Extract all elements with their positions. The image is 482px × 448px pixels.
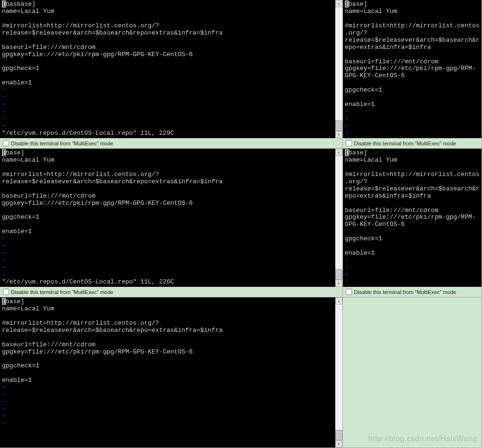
baseurl-line: baseurl=file:///mnt/cdrom xyxy=(2,341,95,348)
name-line: name=Lacal Yum xyxy=(345,156,397,164)
tilde-line: ~ xyxy=(345,130,349,137)
name-line: name=Lacal Yum xyxy=(2,156,54,164)
scroll-track[interactable] xyxy=(335,305,342,440)
baseurl-line: baseurl=file:///mnt/cdrom xyxy=(345,58,438,65)
scroll-down-icon[interactable]: ▾ xyxy=(335,280,342,287)
terminal-pane-2: [base] name=Lacal Yum #mirrorlist=http:/… xyxy=(0,149,343,297)
tilde-line: ~ xyxy=(345,115,349,122)
scroll-down-icon[interactable]: ▾ xyxy=(335,440,342,448)
pane-footer: Disable this terminal from "MultiExec" m… xyxy=(0,138,342,148)
tilde-line: ~ xyxy=(2,405,6,413)
repo-header: base] xyxy=(6,298,24,305)
repo-header: base] xyxy=(349,149,367,156)
gpgkey-line: gpgkey=file:///etc/pki/rpm-gpg/RPM-GPG-K… xyxy=(345,65,476,79)
repo-header: base] xyxy=(6,149,24,156)
vim-status-line: "/etc/yum.repos.d/CentOS-Local.repo" 11L… xyxy=(2,130,174,137)
pane-footer: Disable this terminal from "MultiExec" m… xyxy=(0,287,342,297)
baseurl-line: baseurl=file:///mnt/cdrom xyxy=(2,44,95,51)
tilde-line: ~ xyxy=(345,137,349,138)
scroll-down-icon[interactable]: ▾ xyxy=(335,131,342,138)
scroll-thumb[interactable] xyxy=(335,269,342,280)
terminal-pane-1: [base] name=Lacal Yum #mirrorlist=http:/… xyxy=(343,0,482,149)
mirrorlist-line: #mirrorlist=http://mirrorlist.centos.org… xyxy=(2,22,223,36)
disable-multiexec-label: Disable this terminal from "MultiExec" m… xyxy=(11,289,113,295)
tilde-line: ~ xyxy=(2,257,6,264)
tilde-line: ~ xyxy=(2,94,6,101)
tilde-line: ~ xyxy=(2,398,6,405)
gpgcheck-line: gpgcheck=1 xyxy=(2,362,39,369)
terminal-pane-4: [base] name=Lacal Yum #mirrorlist=http:/… xyxy=(0,297,343,448)
tilde-line: ~ xyxy=(2,249,6,257)
repo-header: base] xyxy=(349,0,367,8)
scroll-up-icon[interactable]: ▴ xyxy=(335,297,342,305)
scroll-up-icon[interactable]: ▴ xyxy=(335,149,342,156)
scroll-up-icon[interactable]: ▴ xyxy=(335,0,342,7)
mirrorlist-line: #mirrorlist=http://mirrorlist.centos.org… xyxy=(2,319,223,334)
disable-multiexec-label: Disable this terminal from "MultiExec" m… xyxy=(354,289,456,295)
disable-multiexec-checkbox[interactable] xyxy=(3,140,9,146)
name-line: name=Lacal Yum xyxy=(2,8,54,15)
baseurl-line: baseurl=file:///mnt/cdrom xyxy=(2,192,95,200)
pane-footer: Disable this terminal from "MultiExec" m… xyxy=(343,287,482,297)
enable-line: enable=1 xyxy=(2,377,32,384)
tilde-line: ~ xyxy=(2,122,6,130)
tilde-line: ~ xyxy=(2,420,6,427)
gpgcheck-line: gpgcheck=1 xyxy=(2,65,39,72)
tilde-line: ~ xyxy=(2,271,6,278)
tilde-line: ~ xyxy=(2,384,6,391)
gpgcheck-line: gpgcheck=1 xyxy=(345,86,382,94)
tilde-line: ~ xyxy=(345,122,349,130)
scroll-track[interactable] xyxy=(335,7,342,131)
disable-multiexec-checkbox[interactable] xyxy=(3,289,9,295)
terminal-4[interactable]: [base] name=Lacal Yum #mirrorlist=http:/… xyxy=(0,297,335,448)
scroll-thumb[interactable] xyxy=(335,430,342,440)
mirrorlist-line: #mirrorlist=http://mirrorlist.centos.org… xyxy=(345,22,480,51)
name-line: name=Lacal Yum xyxy=(345,8,397,15)
scrollbar[interactable]: ▴ ▾ xyxy=(335,149,342,287)
enable-line: enable=1 xyxy=(345,101,375,108)
terminal-2[interactable]: [base] name=Lacal Yum #mirrorlist=http:/… xyxy=(0,149,335,287)
enable-line: enable=1 xyxy=(345,249,375,257)
terminal-pane-3: [base] name=Lacal Yum #mirrorlist=http:/… xyxy=(343,149,482,297)
disable-multiexec-label: Disable this terminal from "MultiExec" m… xyxy=(11,141,113,146)
scroll-thumb[interactable] xyxy=(335,120,342,131)
tilde-line: ~ xyxy=(2,115,6,122)
terminal-0[interactable]: [basbase] name=Lacal Yum #mirrorlist=htt… xyxy=(0,0,335,138)
pane-footer: Disable this terminal from "MultiExec" m… xyxy=(343,138,482,148)
terminal-3[interactable]: [base] name=Lacal Yum #mirrorlist=http:/… xyxy=(343,149,482,287)
gpgcheck-line: gpgcheck=1 xyxy=(345,235,382,242)
disable-multiexec-checkbox[interactable] xyxy=(346,289,352,295)
terminal-pane-0: [basbase] name=Lacal Yum #mirrorlist=htt… xyxy=(0,0,343,149)
tilde-line: ~ xyxy=(2,101,6,108)
disable-multiexec-checkbox[interactable] xyxy=(346,140,352,146)
tilde-line: ~ xyxy=(345,278,349,285)
terminal-1[interactable]: [base] name=Lacal Yum #mirrorlist=http:/… xyxy=(343,0,482,138)
mirrorlist-line: #mirrorlist=http://mirrorlist.centos.org… xyxy=(345,171,480,200)
disable-multiexec-label: Disable this terminal from "MultiExec" m… xyxy=(354,141,456,146)
tilde-line: ~ xyxy=(2,264,6,271)
scroll-track[interactable] xyxy=(335,156,342,280)
repo-header: basbase] xyxy=(6,0,35,8)
tilde-line: ~ xyxy=(2,108,6,115)
enable-line: enable=1 xyxy=(2,79,32,86)
tilde-line: ~ xyxy=(345,285,349,287)
scrollbar[interactable]: ▴ ▾ xyxy=(335,297,342,448)
tilde-line: ~ xyxy=(345,108,349,115)
name-line: name=Lacal Yum xyxy=(2,305,54,312)
baseurl-line: baseurl=file:///mnt/cdrom xyxy=(345,207,438,214)
vim-status-line: "/etc/yum.repos.d/CentOS-Local.repo" 11L… xyxy=(2,278,174,285)
mirrorlist-line: #mirrorlist=http://mirrorlist.centos.org… xyxy=(2,171,223,185)
empty-pane xyxy=(343,297,482,448)
tilde-line: ~ xyxy=(2,413,6,420)
tilde-line: ~ xyxy=(2,86,6,94)
tilde-line: ~ xyxy=(345,271,349,278)
gpgkey-line: gpgkey=file:///etc/pki/rpm-gpg/RPM-GPG-K… xyxy=(2,51,193,58)
gpgcheck-line: gpgcheck=1 xyxy=(2,213,39,221)
tilde-line: ~ xyxy=(2,242,6,249)
tilde-line: ~ xyxy=(2,235,6,242)
scrollbar[interactable]: ▴ ▾ xyxy=(335,0,342,138)
gpgkey-line: gpgkey=file:///etc/pki/rpm-gpg/RPM-GPG-K… xyxy=(2,348,193,355)
tilde-line: ~ xyxy=(345,257,349,264)
tilde-line: ~ xyxy=(2,391,6,398)
gpgkey-line: gpgkey=file:///etc/pki/rpm-gpg/RPM-GPG-K… xyxy=(2,200,193,207)
